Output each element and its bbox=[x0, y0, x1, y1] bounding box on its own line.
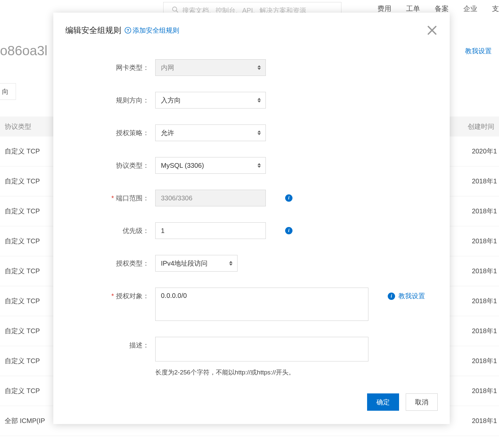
label-auth-type: 授权类型： bbox=[65, 255, 155, 268]
protocol-select[interactable]: MySQL (3306) bbox=[155, 157, 266, 174]
label-direction: 规则方向： bbox=[65, 92, 155, 105]
chevron-updown-icon bbox=[257, 130, 261, 135]
description-input[interactable] bbox=[155, 337, 368, 361]
modal-header: 编辑安全组规则 ? 添加安全组规则 bbox=[53, 13, 450, 39]
port-range-input: 3306/3306 bbox=[155, 190, 266, 206]
svg-line-1 bbox=[176, 10, 178, 12]
top-nav: 费用 工单 备案 企业 支 bbox=[377, 4, 499, 13]
direction-select[interactable]: 入方向 bbox=[155, 92, 266, 109]
port-range-value: 3306/3306 bbox=[161, 194, 193, 202]
page-title-fragment: o86oa3l bbox=[0, 43, 47, 58]
nav-enterprise[interactable]: 企业 bbox=[463, 4, 477, 13]
tab-label: 向 bbox=[2, 87, 9, 96]
nic-type-value: 内网 bbox=[161, 63, 174, 72]
col-protocol: 协议类型 bbox=[0, 122, 31, 131]
direction-tab[interactable]: 向 bbox=[0, 83, 16, 100]
close-button[interactable] bbox=[426, 25, 438, 36]
label-port-range: *端口范围： bbox=[65, 190, 155, 203]
priority-input[interactable]: 1 bbox=[155, 222, 266, 239]
protocol-value: MySQL (3306) bbox=[161, 162, 204, 169]
teach-me-link-bg[interactable]: 教我设置 bbox=[465, 47, 492, 56]
policy-value: 允许 bbox=[161, 128, 174, 137]
help-icon[interactable]: ? bbox=[125, 27, 131, 34]
policy-select[interactable]: 允许 bbox=[155, 124, 266, 141]
auth-type-value: IPv4地址段访问 bbox=[161, 259, 208, 268]
svg-point-0 bbox=[173, 7, 177, 11]
direction-value: 入方向 bbox=[161, 96, 181, 105]
nav-tickets[interactable]: 工单 bbox=[406, 4, 420, 13]
info-icon[interactable]: i bbox=[285, 194, 292, 202]
rule-form: 网卡类型： 内网 规则方向： 入方向 授权策略： 允许 bbox=[53, 39, 450, 377]
teach-me-wrapper: i 教我设置 bbox=[388, 292, 425, 301]
ok-button[interactable]: 确定 bbox=[367, 393, 399, 411]
auth-object-value: 0.0.0.0/0 bbox=[161, 292, 187, 299]
chevron-updown-icon bbox=[257, 163, 261, 168]
chevron-updown-icon bbox=[229, 261, 233, 266]
modal-footer: 确定 取消 bbox=[53, 380, 450, 414]
label-policy: 授权策略： bbox=[65, 124, 155, 137]
label-protocol: 协议类型： bbox=[65, 157, 155, 170]
auth-type-select[interactable]: IPv4地址段访问 bbox=[155, 255, 238, 272]
nav-fees[interactable]: 费用 bbox=[377, 4, 391, 13]
edit-rule-modal: 编辑安全组规则 ? 添加安全组规则 网卡类型： 内网 规则方向： 入方向 bbox=[53, 13, 450, 424]
label-description: 描述： bbox=[65, 337, 155, 350]
label-priority: 优先级： bbox=[65, 222, 155, 235]
nic-type-select: 内网 bbox=[155, 59, 266, 76]
chevron-updown-icon bbox=[257, 65, 261, 70]
nav-icp[interactable]: 备案 bbox=[435, 4, 449, 13]
label-nic-type: 网卡类型： bbox=[65, 59, 155, 72]
info-icon: i bbox=[388, 293, 395, 300]
priority-value: 1 bbox=[161, 227, 165, 235]
cancel-button[interactable]: 取消 bbox=[406, 393, 438, 411]
description-hint: 长度为2-256个字符，不能以http://或https://开头。 bbox=[155, 368, 368, 377]
nav-support[interactable]: 支 bbox=[492, 4, 499, 13]
label-auth-object: *授权对象： bbox=[65, 288, 155, 301]
modal-title: 编辑安全组规则 bbox=[65, 25, 121, 36]
svg-text:?: ? bbox=[127, 28, 129, 33]
info-icon[interactable]: i bbox=[285, 227, 292, 234]
auth-object-input[interactable]: 0.0.0.0/0 bbox=[155, 288, 368, 321]
teach-me-link[interactable]: 教我设置 bbox=[398, 292, 425, 301]
add-rule-link[interactable]: 添加安全组规则 bbox=[133, 26, 179, 35]
chevron-updown-icon bbox=[257, 98, 261, 103]
col-created: 创建时间 bbox=[468, 122, 499, 131]
